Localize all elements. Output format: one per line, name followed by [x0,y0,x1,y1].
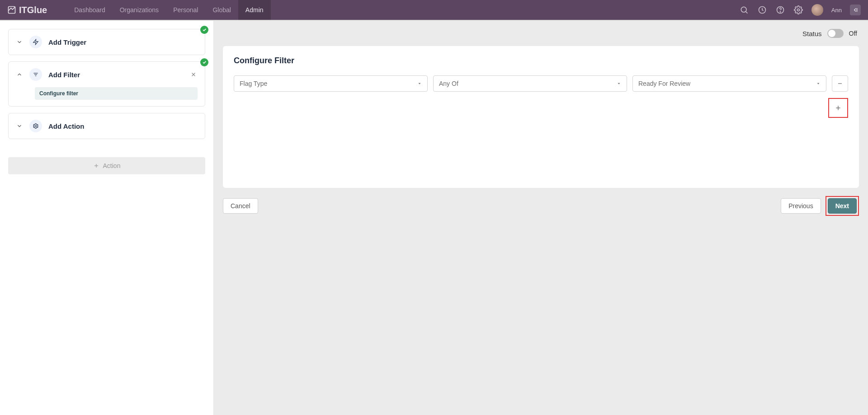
minus-icon [837,80,843,87]
svg-point-1 [741,7,746,12]
brand-name: ITGlue [19,5,47,15]
remove-row-button[interactable] [832,75,848,92]
brand-icon [7,5,16,14]
settings-icon[interactable] [793,5,803,15]
bolt-icon [29,36,42,48]
close-icon[interactable] [189,70,198,79]
nav-organizations[interactable]: Organizations [113,0,166,20]
complete-badge-icon [200,58,208,66]
gear-icon [29,120,42,132]
filter-row: Flag Type Any Of Ready For Review [234,75,848,92]
svg-point-5 [780,12,780,12]
caret-down-icon [617,80,621,87]
svg-marker-8 [33,39,38,45]
add-action-label: Action [103,162,121,169]
brand-logo[interactable]: ITGlue [7,5,47,15]
status-label: Status [802,30,822,37]
next-button-highlight: Next [826,196,859,216]
select-value-value: Ready For Review [638,80,690,87]
svg-point-14 [35,125,37,127]
plus-icon [835,104,842,112]
sub-configure-filter[interactable]: Configure filter [35,87,198,100]
add-action-bar[interactable]: Action [8,157,205,174]
chevron-down-icon[interactable] [16,38,23,46]
step-trigger[interactable]: Add Trigger [8,29,205,55]
caret-down-icon [417,80,422,87]
nav-personal[interactable]: Personal [166,0,205,20]
help-icon[interactable] [775,5,785,15]
status-value: Off [849,30,857,37]
svg-point-6 [797,9,799,11]
nav-global[interactable]: Global [205,0,238,20]
select-flag-type[interactable]: Flag Type [234,75,428,92]
collapse-panel-icon[interactable] [850,5,861,15]
plus-icon [93,163,99,169]
step-action-title: Add Action [48,122,84,130]
nav-dashboard[interactable]: Dashboard [67,0,113,20]
panel-title: Configure Filter [234,56,848,65]
select-flag-type-value: Flag Type [240,80,267,87]
caret-down-icon [816,80,821,87]
svg-marker-18 [618,83,620,84]
history-icon[interactable] [757,5,767,15]
search-icon[interactable] [739,5,749,15]
complete-badge-icon [200,26,208,34]
svg-marker-19 [817,83,820,84]
step-filter[interactable]: Add Filter Configure filter [8,61,205,107]
footer-row: Cancel Previous Next [223,196,859,216]
username[interactable]: Ann [831,7,842,14]
filter-icon [29,68,42,81]
select-value[interactable]: Ready For Review [632,75,826,92]
add-row-button[interactable] [828,98,848,118]
workflow-sidebar: Add Trigger Add Filter Configure fi [0,21,214,415]
next-button[interactable]: Next [828,198,857,214]
topbar: ITGlue Dashboard Organizations Personal … [0,0,868,20]
nav-admin[interactable]: Admin [238,0,271,20]
content-area: Status Off Configure Filter Flag Type An… [214,21,868,415]
configure-filter-panel: Configure Filter Flag Type Any Of Ready … [223,46,859,188]
svg-line-2 [746,12,748,14]
topbar-icons: Ann [739,4,861,16]
svg-marker-17 [419,83,421,84]
select-operator[interactable]: Any Of [433,75,627,92]
status-toggle[interactable] [827,29,844,38]
step-action[interactable]: Add Action [8,113,205,139]
step-trigger-title: Add Trigger [48,38,86,46]
status-row: Status Off [223,29,859,38]
chevron-up-icon[interactable] [16,71,23,78]
step-filter-title: Add Filter [48,71,80,79]
nav-links: Dashboard Organizations Personal Global … [67,0,270,20]
avatar[interactable] [811,4,823,16]
chevron-down-icon[interactable] [16,122,23,130]
select-operator-value: Any Of [439,80,458,87]
previous-button[interactable]: Previous [781,198,821,214]
cancel-button[interactable]: Cancel [223,198,258,214]
